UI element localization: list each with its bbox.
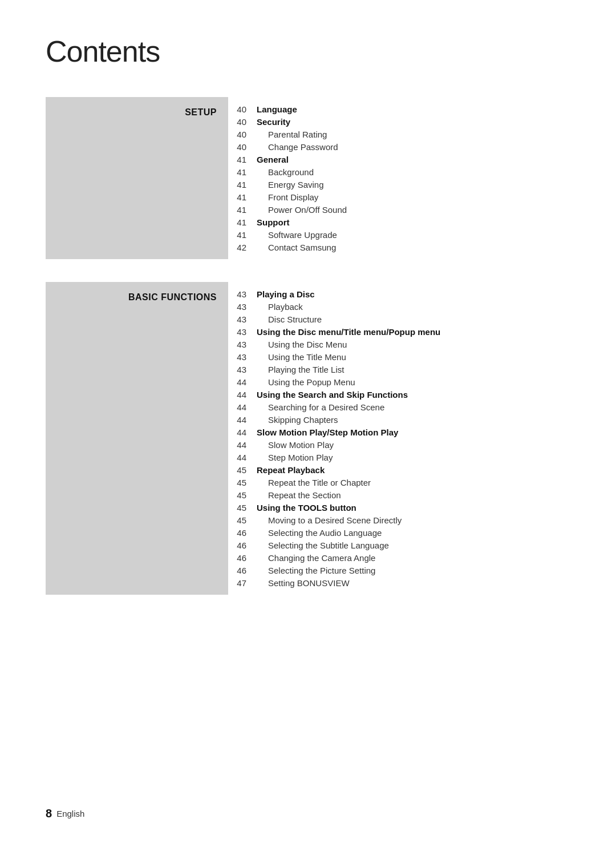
toc-entry: 45Repeat the Section xyxy=(228,489,570,501)
toc-text: Repeat Playback xyxy=(257,465,570,475)
toc-page-number: 45 xyxy=(228,515,257,525)
toc-page-number: 45 xyxy=(228,490,257,500)
toc-page-number: 44 xyxy=(228,390,257,400)
toc-text: Power On/Off Sound xyxy=(257,205,570,215)
toc-entry: 41Support xyxy=(228,216,570,228)
toc-entry: 43Playing the Title List xyxy=(228,363,570,376)
toc-page-number: 41 xyxy=(228,217,257,227)
toc-entry: 45Using the TOOLS button xyxy=(228,501,570,514)
toc-page-number: 43 xyxy=(228,289,257,299)
toc-text: Disc Structure xyxy=(257,314,570,324)
toc-page-number: 42 xyxy=(228,243,257,252)
toc-page-number: 41 xyxy=(228,230,257,240)
toc-text: Security xyxy=(257,117,570,127)
toc-page-number: 43 xyxy=(228,302,257,312)
toc-text: Selecting the Audio Language xyxy=(257,528,570,538)
toc-page-number: 44 xyxy=(228,453,257,462)
toc-entry: 46Changing the Camera Angle xyxy=(228,551,570,564)
toc-entry: 44Skipping Chapters xyxy=(228,413,570,426)
toc-entry: 46Selecting the Audio Language xyxy=(228,526,570,539)
toc-page-number: 41 xyxy=(228,155,257,164)
section-content-basic-functions: 43Playing a Disc43Playback43Disc Structu… xyxy=(228,282,570,595)
toc-text: Front Display xyxy=(257,192,570,202)
toc-text: Using the Title Menu xyxy=(257,352,570,362)
toc-entry: 40Security xyxy=(228,115,570,128)
toc-page-number: 43 xyxy=(228,365,257,374)
toc-page-number: 40 xyxy=(228,104,257,114)
toc-page-number: 41 xyxy=(228,192,257,202)
footer-language: English xyxy=(56,809,84,818)
toc-text: Support xyxy=(257,217,570,227)
toc-text: Repeat the Section xyxy=(257,490,570,500)
toc-page-number: 45 xyxy=(228,503,257,513)
toc-entry: 40Language xyxy=(228,103,570,115)
toc-entry: 46Selecting the Picture Setting xyxy=(228,564,570,576)
sections-container: SETUP40Language40Security40Parental Rati… xyxy=(46,97,570,595)
toc-text: Setting BONUSVIEW xyxy=(257,578,570,588)
toc-text: Changing the Camera Angle xyxy=(257,553,570,563)
toc-entry: 41Front Display xyxy=(228,191,570,203)
toc-text: Using the Popup Menu xyxy=(257,377,570,387)
toc-page-number: 40 xyxy=(228,117,257,127)
toc-text: Language xyxy=(257,104,570,114)
toc-text: Skipping Chapters xyxy=(257,415,570,425)
toc-page-number: 44 xyxy=(228,427,257,437)
toc-text: Moving to a Desired Scene Directly xyxy=(257,515,570,525)
toc-page-number: 45 xyxy=(228,478,257,487)
toc-text: Selecting the Picture Setting xyxy=(257,566,570,575)
toc-entry: 41Power On/Off Sound xyxy=(228,203,570,216)
toc-entry: 44Using the Popup Menu xyxy=(228,376,570,388)
toc-entry: 45Repeat Playback xyxy=(228,463,570,476)
toc-text: Using the Disc Menu xyxy=(257,340,570,349)
toc-page-number: 47 xyxy=(228,578,257,588)
section-basic-functions: BASIC FUNCTIONS43Playing a Disc43Playbac… xyxy=(46,282,570,595)
toc-entry: 43Disc Structure xyxy=(228,313,570,325)
toc-page-number: 45 xyxy=(228,465,257,475)
toc-page-number: 46 xyxy=(228,528,257,538)
section-content-setup: 40Language40Security40Parental Rating40C… xyxy=(228,97,570,259)
toc-entry: 43Playing a Disc xyxy=(228,288,570,300)
page-title: Contents xyxy=(46,34,570,68)
toc-text: Software Upgrade xyxy=(257,230,570,240)
toc-text: Using the TOOLS button xyxy=(257,503,570,513)
toc-entry: 45Repeat the Title or Chapter xyxy=(228,476,570,489)
toc-page-number: 44 xyxy=(228,377,257,387)
toc-entry: 45Moving to a Desired Scene Directly xyxy=(228,514,570,526)
toc-entry: 41Background xyxy=(228,166,570,178)
toc-text: Playback xyxy=(257,302,570,312)
toc-entry: 43Using the Title Menu xyxy=(228,350,570,363)
toc-text: Parental Rating xyxy=(257,130,570,139)
toc-page-number: 46 xyxy=(228,566,257,575)
toc-text: Using the Search and Skip Functions xyxy=(257,390,570,400)
toc-page-number: 44 xyxy=(228,440,257,450)
footer: 8 English xyxy=(46,807,84,820)
toc-page-number: 41 xyxy=(228,205,257,215)
section-label-col-basic-functions: BASIC FUNCTIONS xyxy=(46,282,228,595)
toc-page-number: 41 xyxy=(228,167,257,177)
toc-text: Step Motion Play xyxy=(257,453,570,462)
toc-text: Background xyxy=(257,167,570,177)
footer-page-number: 8 xyxy=(46,807,52,820)
section-setup: SETUP40Language40Security40Parental Rati… xyxy=(46,97,570,259)
toc-text: Contact Samsung xyxy=(257,243,570,252)
toc-text: Repeat the Title or Chapter xyxy=(257,478,570,487)
toc-page-number: 43 xyxy=(228,314,257,324)
toc-entry: 44Slow Motion Play/Step Motion Play xyxy=(228,426,570,438)
toc-text: Selecting the Subtitle Language xyxy=(257,541,570,550)
toc-text: General xyxy=(257,155,570,164)
section-label-basic-functions: BASIC FUNCTIONS xyxy=(128,292,217,302)
toc-entry: 40Change Password xyxy=(228,140,570,153)
toc-text: Energy Saving xyxy=(257,180,570,189)
toc-entry: 41General xyxy=(228,153,570,166)
toc-entry: 44Step Motion Play xyxy=(228,451,570,463)
toc-page-number: 44 xyxy=(228,402,257,412)
toc-entry: 43Using the Disc menu/Title menu/Popup m… xyxy=(228,325,570,338)
toc-text: Slow Motion Play xyxy=(257,440,570,450)
toc-text: Change Password xyxy=(257,142,570,152)
toc-entry: 41Energy Saving xyxy=(228,178,570,191)
toc-page-number: 43 xyxy=(228,327,257,337)
toc-entry: 44Using the Search and Skip Functions xyxy=(228,388,570,401)
toc-page-number: 46 xyxy=(228,541,257,550)
toc-text: Slow Motion Play/Step Motion Play xyxy=(257,427,570,437)
toc-entry: 40Parental Rating xyxy=(228,128,570,140)
